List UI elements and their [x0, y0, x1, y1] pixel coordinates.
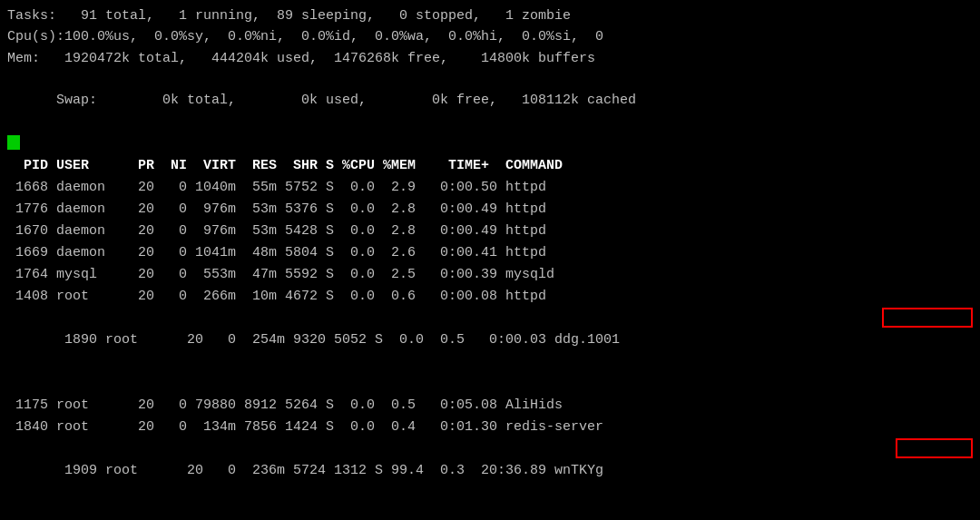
process-row-text: 1909 root 20 0 236m 5724 1312 S 99.4 0.3…	[56, 463, 603, 478]
tasks-line: Tasks: 91 total, 1 running, 89 sleeping,…	[7, 5, 973, 26]
highlight-ddg-command	[882, 308, 973, 328]
process-row: 1776 daemon 20 0 976m 53m 5376 S 0.0 2.8…	[7, 199, 973, 221]
process-row: 1408 root 20 0 266m 10m 4672 S 0.0 0.6 0…	[7, 286, 973, 308]
swap-text: Swap: 0k total, 0k used, 0k free, 108112…	[56, 93, 636, 108]
process-table-header: PID USER PR NI VIRT RES SHR S %CPU %MEM …	[7, 154, 973, 178]
process-row: 1669 daemon 20 0 1041m 48m 5804 S 0.0 2.…	[7, 242, 973, 264]
swap-line: Swap: 0k total, 0k used, 0k free, 108112…	[7, 69, 973, 132]
highlight-wnTKYg-command	[896, 438, 973, 458]
green-block-icon	[7, 135, 20, 150]
mem-line: Mem: 1920472k total, 444204k used, 14762…	[7, 48, 973, 69]
process-row: 1840 root 20 0 134m 7856 1424 S 0.0 0.4 …	[7, 417, 973, 438]
summary-section: Tasks: 91 total, 1 running, 89 sleeping,…	[7, 5, 973, 132]
process-list: 1668 daemon 20 0 1040m 55m 5752 S 0.0 2.…	[7, 177, 973, 520]
process-row: 1175 root 20 0 79880 8912 5264 S 0.0 0.5…	[7, 395, 973, 417]
process-row-text: 1890 root 20 0 254m 9320 5052 S 0.0 0.5 …	[56, 332, 620, 348]
cpu-line: Cpu(s):100.0%us, 0.0%sy, 0.0%ni, 0.0%id,…	[7, 26, 973, 47]
process-row: 1764 mysql 20 0 553m 47m 5592 S 0.0 2.5 …	[7, 264, 973, 286]
process-row-ddg: 1890 root 20 0 254m 9320 5052 S 0.0 0.5 …	[7, 308, 973, 395]
process-row-wnTKYg: 1909 root 20 0 236m 5724 1312 S 99.4 0.3…	[7, 438, 973, 520]
process-row: 1668 daemon 20 0 1040m 55m 5752 S 0.0 2.…	[7, 177, 973, 199]
process-row: 1670 daemon 20 0 976m 53m 5428 S 0.0 2.8…	[7, 221, 973, 242]
green-indicator-row	[7, 135, 973, 151]
terminal-window: Tasks: 91 total, 1 running, 89 sleeping,…	[0, 0, 980, 520]
